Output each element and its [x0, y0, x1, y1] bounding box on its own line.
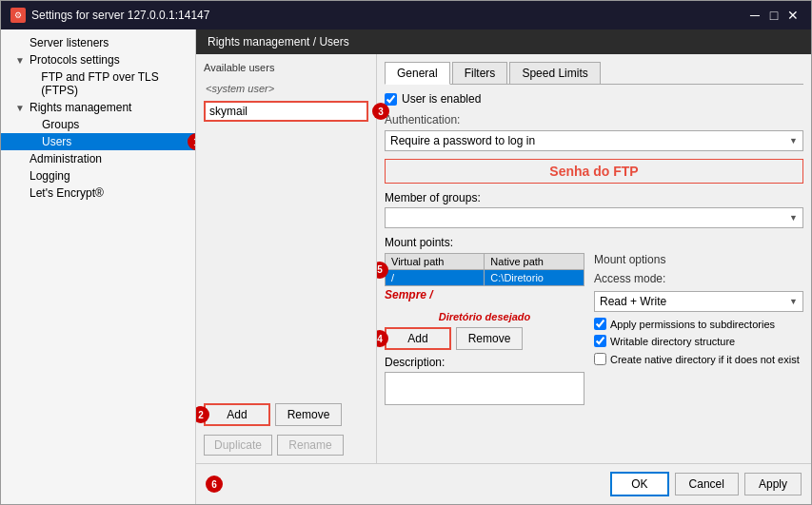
maximize-button[interactable]: □ — [765, 7, 782, 24]
groups-dropdown-wrapper — [385, 207, 803, 228]
mount-add-button[interactable]: Add — [385, 327, 451, 350]
settings-panel: General Filters Speed Limits User is ena… — [377, 54, 811, 463]
sidebar-label: Logging — [30, 169, 70, 183]
app-icon: ⚙ — [10, 8, 26, 23]
close-button[interactable]: ✕ — [784, 7, 802, 24]
expand-icon: ▼ — [15, 55, 27, 66]
access-mode-label: Access mode: — [594, 272, 803, 285]
auth-dropdown-wrapper: Require a password to log in Allow any p… — [385, 130, 803, 151]
tab-speed-limits[interactable]: Speed Limits — [509, 62, 600, 84]
apply-perms-checkbox[interactable] — [594, 318, 606, 330]
writable-dir-checkbox[interactable] — [594, 335, 606, 347]
user-list-spacer — [204, 126, 368, 398]
user-enabled-checkbox[interactable] — [385, 93, 397, 106]
native-path-cell: C:\Diretorio — [485, 270, 584, 286]
window-title: Settings for server 127.0.0.1:14147 — [31, 9, 209, 22]
sidebar-item-server-listeners[interactable]: Server listeners — [1, 34, 195, 51]
cancel-button[interactable]: Cancel — [675, 473, 739, 495]
panel-body: Available users <system user> 3 Add Remo… — [196, 54, 811, 463]
system-user-item[interactable]: <system user> — [204, 81, 368, 96]
minimize-button[interactable]: ─ — [746, 7, 763, 24]
sidebar-item-protocols[interactable]: ▼ Protocols settings — [1, 51, 195, 68]
badge-3: 3 — [372, 103, 389, 120]
tab-filters[interactable]: Filters — [452, 62, 508, 84]
sidebar-item-administration[interactable]: Administration — [1, 150, 195, 167]
expand-icon: ▼ — [15, 103, 27, 113]
mount-remove-button[interactable]: Remove — [456, 327, 523, 350]
mount-buttons: Add Remove 4 — [385, 327, 584, 350]
apply-perms-label: Apply permissions to subdirectories — [610, 318, 775, 331]
title-bar-left: ⚙ Settings for server 127.0.0.1:14147 — [10, 8, 209, 23]
mount-points-label: Mount points: — [385, 236, 803, 249]
tab-general[interactable]: General — [385, 62, 450, 85]
sidebar-item-groups[interactable]: Groups — [1, 116, 195, 133]
groups-dropdown[interactable] — [385, 207, 803, 228]
duplicate-button[interactable]: Duplicate — [204, 435, 272, 456]
sidebar-label: Server listeners — [30, 36, 109, 49]
auth-dropdown[interactable]: Require a password to log in Allow any p… — [385, 130, 803, 151]
sidebar-item-ftp[interactable]: FTP and FTP over TLS (FTPS) — [1, 68, 195, 99]
left-panel: Server listeners ▼ Protocols settings FT… — [1, 29, 196, 504]
add-remove-row: Add Remove — [204, 403, 368, 426]
description-area: Description: — [385, 356, 584, 408]
access-mode-dropdown[interactable]: Read + Write Read only Write only — [594, 291, 803, 312]
dup-rename-row: Duplicate Rename — [204, 435, 368, 456]
title-bar: ⚙ Settings for server 127.0.0.1:14147 ─ … — [1, 1, 811, 29]
col-virtual-path: Virtual path — [386, 254, 485, 270]
mount-table: Virtual path Native path / C:\Diretorio — [385, 253, 584, 286]
sidebar-item-letsencrypt[interactable]: Let's Encrypt® — [1, 185, 195, 202]
settings-tabs: General Filters Speed Limits — [385, 62, 803, 85]
main-content: Server listeners ▼ Protocols settings FT… — [1, 29, 811, 504]
mount-table-wrapper: Virtual path Native path / C:\Diretorio — [385, 253, 584, 286]
user-input-wrapper: 3 — [204, 101, 368, 122]
add-remove-wrapper: Add Remove 2 — [204, 403, 368, 426]
diretorio-label: Diretório desejado — [385, 311, 584, 322]
rename-button[interactable]: Rename — [277, 435, 344, 456]
member-of-groups-label: Member of groups: — [385, 191, 803, 204]
main-window: ⚙ Settings for server 127.0.0.1:14147 ─ … — [0, 0, 812, 505]
user-name-input[interactable] — [204, 101, 368, 122]
col-native-path: Native path — [485, 254, 584, 270]
sidebar-label: Let's Encrypt® — [30, 186, 104, 200]
mount-table-area: Virtual path Native path / C:\Diretorio — [385, 253, 584, 456]
description-label: Description: — [385, 356, 584, 369]
sidebar-label: Rights management — [30, 101, 131, 114]
mount-options-label: Mount options — [594, 253, 803, 266]
create-native-checkbox[interactable] — [594, 353, 606, 365]
sidebar-item-rights[interactable]: ▼ Rights management — [1, 99, 195, 116]
badge-6: 6 — [206, 476, 223, 493]
sidebar-label: Protocols settings — [30, 53, 120, 67]
panel-header: Rights management / Users — [196, 29, 811, 54]
virtual-path-cell: / — [386, 270, 485, 286]
right-panel: Rights management / Users Available user… — [196, 29, 811, 504]
ftp-password-label: Senha do FTP — [385, 159, 803, 184]
authentication-label: Authentication: — [385, 113, 803, 126]
create-native-row: Create native directory if it does not e… — [594, 353, 803, 366]
access-mode-wrapper: Read + Write Read only Write only — [594, 291, 803, 312]
remove-user-button[interactable]: Remove — [275, 403, 342, 426]
writable-dir-row: Writable directory structure — [594, 335, 803, 348]
user-enabled-row: User is enabled — [385, 92, 803, 106]
writable-dir-label: Writable directory structure — [610, 335, 735, 348]
sidebar-label: FTP and FTP over TLS (FTPS) — [41, 70, 190, 97]
apply-perms-row: Apply permissions to subdirectories — [594, 318, 803, 331]
mount-row[interactable]: / C:\Diretorio — [386, 270, 584, 286]
sidebar-item-logging[interactable]: Logging — [1, 167, 195, 185]
mount-options-area: Mount options Access mode: Read + Write … — [594, 253, 803, 456]
user-enabled-label: User is enabled — [402, 92, 481, 106]
sidebar-item-users[interactable]: Users 1 — [1, 133, 195, 150]
available-users-label: Available users — [204, 62, 368, 73]
mount-points-section: Virtual path Native path / C:\Diretorio — [385, 253, 803, 456]
sempre-label: Sempre / — [385, 288, 584, 301]
bottom-bar: 6 OK Cancel Apply — [196, 463, 811, 504]
sidebar-label: Administration — [30, 152, 102, 165]
ok-button[interactable]: OK — [610, 472, 668, 496]
sidebar-label: Groups — [42, 118, 79, 131]
sidebar-label: Users — [42, 135, 71, 148]
add-user-button[interactable]: Add — [204, 403, 270, 426]
apply-button[interactable]: Apply — [744, 473, 802, 495]
users-list-panel: Available users <system user> 3 Add Remo… — [196, 54, 377, 463]
description-input[interactable] — [385, 372, 584, 405]
create-native-label: Create native directory if it does not e… — [610, 353, 800, 366]
badge-1: 1 — [188, 133, 196, 150]
